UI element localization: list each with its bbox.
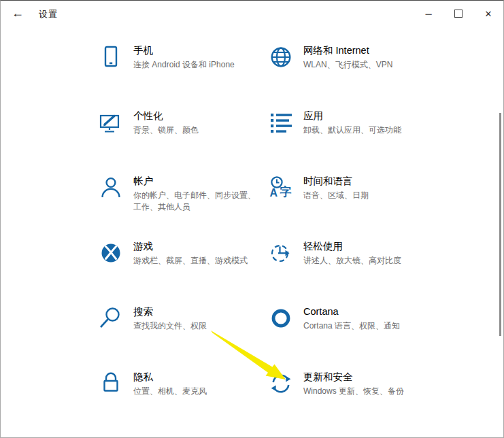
tile-ease-of-access[interactable]: 轻松使用 讲述人、放大镜、高对比度 [269,239,439,304]
tile-privacy[interactable]: 隐私 位置、相机、麦克风 [99,369,269,435]
close-icon: ✕ [485,9,492,19]
apps-list-icon [269,110,293,135]
tile-subtitle: 你的帐户、电子邮件、同步设置、工作、其他人员 [133,190,257,213]
clock-language-icon: A字 [269,175,293,200]
cortana-ring-icon [269,306,293,331]
window-controls: ─ ✕ [414,1,503,27]
tile-title: 手机 [133,44,257,57]
personalization-icon [99,110,123,135]
tile-title: 应用 [303,109,427,122]
tile-phone[interactable]: 手机 连接 Android 设备和 iPhone [99,43,269,108]
ease-of-access-icon [269,241,293,265]
tile-title: 个性化 [133,109,257,122]
tile-gaming[interactable]: 游戏 游戏栏、截屏、直播、游戏模式 [99,239,269,304]
tile-accounts[interactable]: 帐户 你的帐户、电子邮件、同步设置、工作、其他人员 [99,173,269,239]
maximize-button[interactable] [443,1,473,27]
tile-subtitle: Cortana 语言、权限、通知 [303,320,427,332]
tile-cortana[interactable]: Cortana Cortana 语言、权限、通知 [269,304,439,369]
person-icon [99,175,123,200]
tile-subtitle: WLAN、飞行模式、VPN [303,59,427,71]
tile-title: Cortana [303,305,427,318]
tile-title: 隐私 [133,370,257,384]
tile-title: 帐户 [133,174,257,188]
svg-text:A: A [270,187,278,199]
tile-apps[interactable]: 应用 卸载、默认应用、可选功能 [269,108,439,173]
tile-title: 游戏 [133,239,257,253]
tile-personalization[interactable]: 个性化 背景、锁屏、颜色 [99,108,269,173]
phone-icon [99,45,123,69]
tile-subtitle: 讲述人、放大镜、高对比度 [303,255,427,267]
tile-subtitle: 语音、区域、日期 [303,190,427,201]
tile-subtitle: Windows 更新、恢复、备份 [303,386,427,397]
tile-subtitle: 背景、锁屏、颜色 [133,124,257,136]
globe-icon [269,45,293,69]
titlebar: ← 设置 ─ ✕ [1,1,503,27]
sync-icon [269,371,293,396]
tile-title: 轻松使用 [303,239,427,253]
back-arrow-icon: ← [12,6,24,20]
minimize-button[interactable]: ─ [414,1,443,27]
settings-window: ← 设置 ─ ✕ 手机 连接 Android 设备和 iPhone [0,0,504,438]
window-title: 设置 [39,8,58,20]
tile-title: 更新和安全 [303,370,427,384]
tile-title: 网络和 Internet [303,44,427,57]
tile-time-language[interactable]: A字 时间和语言 语音、区域、日期 [269,173,439,239]
tile-search[interactable]: 搜索 查找我的文件、权限 [99,304,269,369]
scrollbar-thumb[interactable] [499,113,501,336]
tile-subtitle: 位置、相机、麦克风 [133,386,257,397]
svg-text:字: 字 [280,185,292,199]
tile-subtitle: 查找我的文件、权限 [133,320,257,332]
maximize-icon [454,10,463,18]
tile-title: 时间和语言 [303,174,427,188]
tile-subtitle: 卸载、默认应用、可选功能 [303,124,427,136]
back-button[interactable]: ← [5,2,31,24]
tile-subtitle: 游戏栏、截屏、直播、游戏模式 [133,255,257,267]
settings-grid: 手机 连接 Android 设备和 iPhone 网络和 Internet WL… [99,43,439,435]
tile-update-security[interactable]: 更新和安全 Windows 更新、恢复、备份 [269,369,439,435]
lock-icon [99,371,123,396]
tile-network[interactable]: 网络和 Internet WLAN、飞行模式、VPN [269,43,439,108]
tile-subtitle: 连接 Android 设备和 iPhone [133,59,257,71]
minimize-icon: ─ [425,9,431,19]
tile-title: 搜索 [133,305,257,318]
search-icon [99,306,123,331]
close-button[interactable]: ✕ [473,1,503,27]
xbox-icon [99,241,123,265]
